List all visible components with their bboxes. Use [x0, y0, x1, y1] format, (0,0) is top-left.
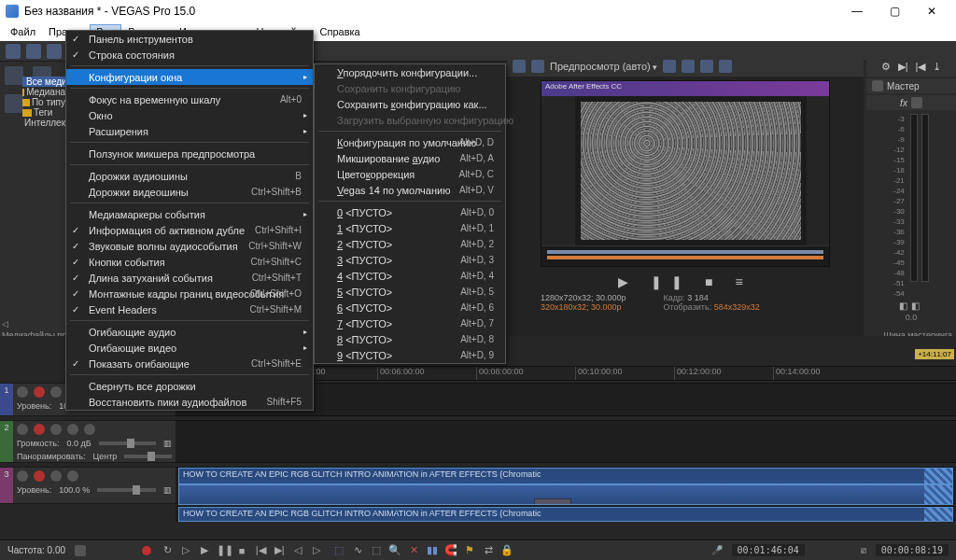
preview-ext-icon[interactable]: [531, 60, 544, 73]
tree-node[interactable]: По типу: [22, 97, 65, 107]
clip-anchor-icon[interactable]: ⎚: [861, 545, 866, 555]
play-icon[interactable]: ▶: [198, 544, 211, 556]
track-header-2[interactable]: 2 Громкость:0.0 дБ▥ Панорамировать:Центр: [0, 420, 176, 463]
submenu-item[interactable]: Vegas 14 по умолчаниюAlt+D, V: [315, 182, 505, 198]
zoom-icon[interactable]: 🔍: [388, 544, 401, 556]
track-lane-3[interactable]: HOW TO CREATE AN EPIC RGB GLITCH INTRO A…: [176, 467, 956, 504]
menu-help[interactable]: Справка: [314, 24, 367, 39]
preview-quality-dropdown[interactable]: Предпросмотр (авто): [550, 61, 657, 72]
submenu-item[interactable]: Упорядочить конфигурации...: [315, 64, 505, 80]
video-clip-thumb[interactable]: [178, 484, 953, 505]
submenu-item[interactable]: 5 <ПУСТО>Alt+D, 5: [315, 284, 505, 300]
solo-icon[interactable]: [67, 470, 78, 482]
window-layouts-submenu[interactable]: Упорядочить конфигурации...Сохранить кон…: [314, 63, 506, 364]
rate-slider[interactable]: [75, 545, 86, 556]
props-icon[interactable]: ▥: [163, 439, 172, 448]
submenu-item[interactable]: 6 <ПУСТО>Alt+D, 6: [315, 300, 505, 315]
menu-item[interactable]: ✓Длина затуханий событияCtrl+Shift+T: [66, 270, 313, 286]
close-button[interactable]: ✕: [913, 5, 950, 18]
submenu-item[interactable]: Микширование аудиоAlt+D, A: [315, 150, 505, 166]
menu-item[interactable]: ✓Звуковые волны аудиособытияCtrl+Shift+W: [66, 238, 313, 254]
record-button[interactable]: [142, 546, 151, 555]
track-number[interactable]: 1: [0, 384, 13, 415]
bypass-icon[interactable]: [17, 424, 28, 435]
menu-item[interactable]: Ползунок микшера предпросмотра: [66, 146, 313, 161]
submenu-item[interactable]: 2 <ПУСТО>Alt+D, 2: [315, 236, 505, 252]
edit-tools[interactable]: ⬚ ∿ ⬚ 🔍 ✕ ▮▮ 🧲 ⚑ ⇄ 🔒: [332, 544, 513, 556]
track-number[interactable]: 2: [0, 421, 13, 462]
menu-item[interactable]: Фокус на временную шкалуAlt+0: [66, 91, 313, 107]
submenu-item[interactable]: 9 <ПУСТО>Alt+D, 9: [315, 347, 505, 363]
tree-root[interactable]: Все меди: [22, 77, 65, 87]
preview-transport[interactable]: ▶ ❚❚ ■ ≡: [507, 274, 864, 289]
menu-item[interactable]: Конфигурации окна▸: [66, 69, 313, 85]
menu-item[interactable]: ✓Показать огибающиеCtrl+Shift+E: [66, 356, 313, 371]
menu-item[interactable]: Свернуть все дорожки: [66, 378, 313, 394]
menu-item[interactable]: Восстановить пики аудиофайловShift+F5: [66, 394, 313, 410]
track-number[interactable]: 3: [0, 468, 13, 503]
play-start-icon[interactable]: ▷: [179, 544, 192, 556]
envelope-icon[interactable]: ∿: [351, 544, 364, 556]
minimize-button[interactable]: —: [838, 5, 876, 18]
record-icon[interactable]: [34, 424, 45, 435]
props-icon[interactable]: ▥: [163, 485, 172, 495]
video-clip[interactable]: HOW TO CREATE AN EPIC RGB GLITCH INTRO A…: [178, 468, 953, 484]
fx-icon[interactable]: [719, 60, 732, 73]
tree-node[interactable]: Интеллек: [22, 118, 65, 128]
mute-icon[interactable]: [50, 424, 62, 435]
ruler-tick[interactable]: 00:06:00:00: [377, 367, 476, 380]
solo-mute[interactable]: ◧◧: [866, 301, 956, 311]
ruler-tick[interactable]: 00:12:00:00: [674, 367, 773, 380]
bypass-icon[interactable]: [17, 470, 28, 482]
submenu-item[interactable]: 1 <ПУСТО>Alt+D, 1: [315, 220, 505, 236]
loop-icon[interactable]: ↻: [161, 544, 174, 556]
vol-slider[interactable]: [99, 441, 156, 445]
settings-icon[interactable]: ⚙: [881, 61, 891, 73]
fx-icon[interactable]: [5, 94, 23, 113]
submenu-item[interactable]: 8 <ПУСТО>Alt+D, 8: [315, 331, 505, 347]
menu-item[interactable]: ✓Event HeadersCtrl+Shift+M: [66, 301, 313, 317]
open-icon[interactable]: [26, 44, 41, 59]
menu-item[interactable]: Дорожки аудиошиныB: [66, 168, 313, 184]
select-icon[interactable]: ⬚: [370, 544, 383, 556]
cut-icon[interactable]: ✕: [407, 544, 420, 556]
ruler-tick[interactable]: 00:14:00:00: [773, 367, 872, 380]
submenu-item[interactable]: Конфигурация по умолчаниюAlt+D, D: [315, 134, 505, 150]
transport-controls[interactable]: ↻ ▷ ▶ ❚❚ ■ |◀ ▶| ◁ ▷: [161, 544, 323, 556]
timecode-1[interactable]: 00:01:46:04: [732, 544, 805, 556]
tree-node[interactable]: Теги: [22, 107, 65, 118]
master-section[interactable]: Мастер: [866, 78, 956, 93]
overlay-icon[interactable]: [663, 60, 676, 73]
menu-file[interactable]: Файл: [4, 24, 42, 39]
menu-item[interactable]: Дорожки видеошиныCtrl+Shift+B: [66, 184, 313, 200]
normal-edit-icon[interactable]: ⬚: [332, 544, 345, 556]
go-end-icon[interactable]: ▶|: [273, 544, 286, 556]
mute-icon[interactable]: [50, 386, 62, 398]
save-icon[interactable]: [47, 44, 62, 59]
menu-item[interactable]: ✓Монтажные кадры границ видеособытияCtrl…: [66, 286, 313, 301]
submenu-item[interactable]: 3 <ПУСТО>Alt+D, 3: [315, 252, 505, 268]
record-icon[interactable]: [34, 386, 45, 398]
new-icon[interactable]: [6, 44, 21, 59]
split-icon[interactable]: [682, 60, 695, 73]
lock-icon[interactable]: 🔒: [500, 544, 513, 556]
next-frame-icon[interactable]: ▷: [310, 544, 323, 556]
menu-item[interactable]: Окно▸: [66, 107, 313, 123]
copy-icon[interactable]: [700, 60, 713, 73]
prev-frame-icon[interactable]: ◁: [291, 544, 304, 556]
go-start-icon[interactable]: |◀: [254, 544, 267, 556]
menu-item[interactable]: Огибающие аудио▸: [66, 324, 313, 340]
menu-item[interactable]: Медиамаркеры события▸: [66, 206, 313, 222]
mute-icon[interactable]: [50, 470, 62, 482]
prev-icon[interactable]: ▶|: [898, 61, 908, 73]
fx-row[interactable]: fx: [866, 95, 956, 110]
stop-icon[interactable]: ■: [235, 545, 248, 556]
bypass-icon[interactable]: [17, 386, 28, 398]
submenu-item[interactable]: ЦветокоррекцияAlt+D, C: [315, 166, 505, 182]
record-icon[interactable]: [34, 470, 45, 482]
submenu-item[interactable]: Сохранить конфигурацию как...: [315, 96, 505, 112]
download-icon[interactable]: ⤓: [933, 61, 941, 73]
explorer-icon[interactable]: [5, 66, 23, 85]
fx-icon[interactable]: [84, 424, 95, 435]
ripple-icon[interactable]: ⇄: [482, 544, 495, 556]
